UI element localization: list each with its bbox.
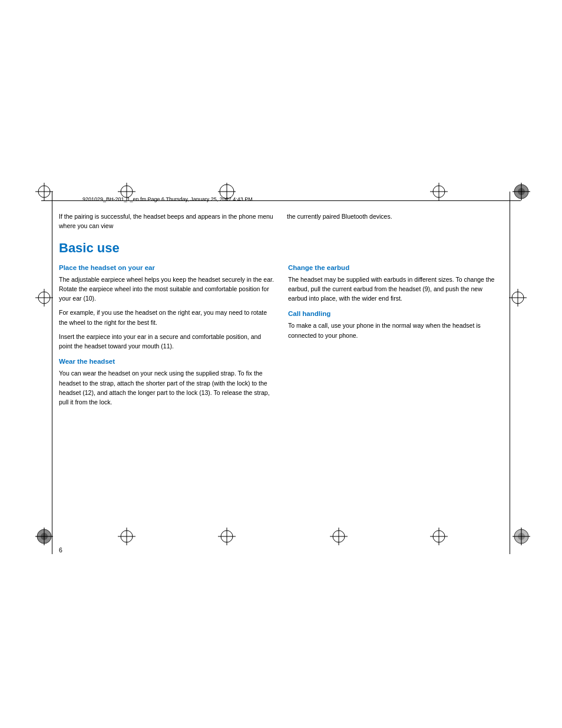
reg-mark-bot-left1 (35, 528, 53, 545)
two-column-layout: Place the headset on your ear The adjust… (59, 264, 503, 412)
reg-mark-top-center1 (118, 183, 135, 200)
right-border-line (510, 192, 510, 554)
para-call-1: To make a call, use your phone in the no… (288, 321, 503, 340)
content-area: If the pairing is successful, the headse… (59, 212, 503, 551)
para-place-1: The adjustable earpiece wheel helps you … (59, 275, 274, 304)
reg-mark-bot-right2 (513, 528, 530, 545)
heading-change-earbud: Change the earbud (288, 264, 503, 271)
para-wear-1: You can wear the headset on your neck us… (59, 368, 274, 407)
right-column: Change the earbud The headset may be sup… (288, 264, 503, 412)
left-border-line (52, 192, 52, 554)
page-container: 9201029_BH-201_1_en.fm Page 6 Thursday, … (0, 0, 562, 728)
heading-wear-headset: Wear the headset (59, 358, 274, 365)
para-place-3: Insert the earpiece into your ear in a s… (59, 332, 274, 351)
reg-mark-mid-right (509, 289, 527, 307)
section-title: Basic use (59, 241, 503, 256)
reg-mark-top-right1 (430, 183, 448, 200)
heading-call-handling: Call handling (288, 310, 503, 317)
page-number: 6 (59, 546, 62, 554)
para-place-2: For example, if you use the headset on t… (59, 308, 274, 327)
heading-place-headset: Place the headset on your ear (59, 264, 274, 271)
intro-paragraph: If the pairing is successful, the headse… (59, 212, 503, 231)
reg-mark-top-center2 (218, 183, 236, 200)
intro-col-left: If the pairing is successful, the headse… (59, 212, 275, 231)
left-column: Place the headset on your ear The adjust… (59, 264, 274, 412)
reg-mark-top-left (35, 183, 53, 200)
para-earbud-1: The headset may be supplied with earbuds… (288, 275, 503, 304)
reg-mark-top-right2 (513, 183, 530, 200)
intro-col-right: the currently paired Bluetooth devices. (287, 212, 503, 231)
reg-mark-mid-left (35, 289, 53, 307)
